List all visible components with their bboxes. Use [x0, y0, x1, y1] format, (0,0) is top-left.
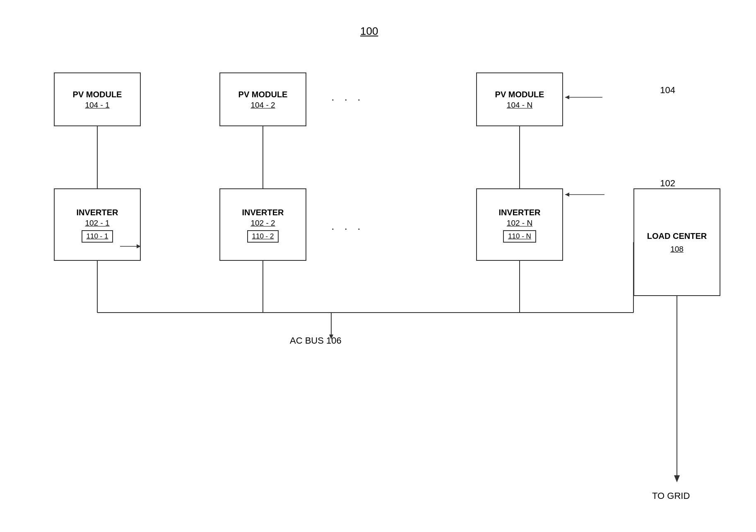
- inverter-2-inner: 110 - 2: [247, 230, 279, 243]
- ref-label-102: 102: [660, 178, 675, 189]
- inverter-2-id: 102 - 2: [250, 219, 275, 228]
- svg-marker-15: [565, 193, 569, 197]
- svg-marker-13: [565, 95, 569, 99]
- pv-dots: . . .: [331, 90, 364, 104]
- pv-module-N-label: PV MODULE: [495, 89, 544, 100]
- ref-label-104: 104: [660, 85, 675, 96]
- pv-module-2: PV MODULE 104 - 2: [219, 72, 306, 126]
- pv-module-2-id: 104 - 2: [250, 101, 275, 110]
- pv-module-N-id: 104 - N: [507, 101, 532, 110]
- load-center: LOAD CENTER 108: [633, 188, 720, 296]
- pv-module-1-id: 104 - 1: [85, 101, 109, 110]
- inverter-1-inner: 110 - 1: [82, 230, 113, 243]
- inverter-1-label: INVERTER: [76, 207, 118, 218]
- inverter-1-id: 102 - 1: [85, 219, 109, 228]
- pv-module-2-label: PV MODULE: [238, 89, 288, 100]
- system-ref-100: 100: [360, 25, 378, 38]
- inverter-N-id: 102 - N: [507, 219, 532, 228]
- to-grid-label: TO GRID: [652, 491, 690, 501]
- inverter-N: INVERTER 102 - N 110 - N: [476, 188, 563, 261]
- ac-bus-label: AC BUS 106: [290, 335, 342, 346]
- inverter-1: INVERTER 102 - 1 110 - 1: [54, 188, 141, 261]
- inverter-2: INVERTER 102 - 2 110 - 2: [219, 188, 306, 261]
- inverter-2-label: INVERTER: [242, 207, 284, 218]
- inverter-N-inner: 110 - N: [503, 230, 536, 243]
- inverter-dots: . . .: [331, 219, 364, 233]
- diagram: 100 104 102 110 PV MODULE 104 - 1 PV MOD…: [0, 0, 756, 532]
- pv-module-1-label: PV MODULE: [73, 89, 122, 100]
- inverter-N-label: INVERTER: [498, 207, 540, 218]
- pv-module-N: PV MODULE 104 - N: [476, 72, 563, 126]
- svg-marker-11: [674, 475, 680, 482]
- load-center-label: LOAD CENTER: [647, 231, 707, 241]
- pv-module-1: PV MODULE 104 - 1: [54, 72, 141, 126]
- load-center-id: 108: [670, 245, 684, 254]
